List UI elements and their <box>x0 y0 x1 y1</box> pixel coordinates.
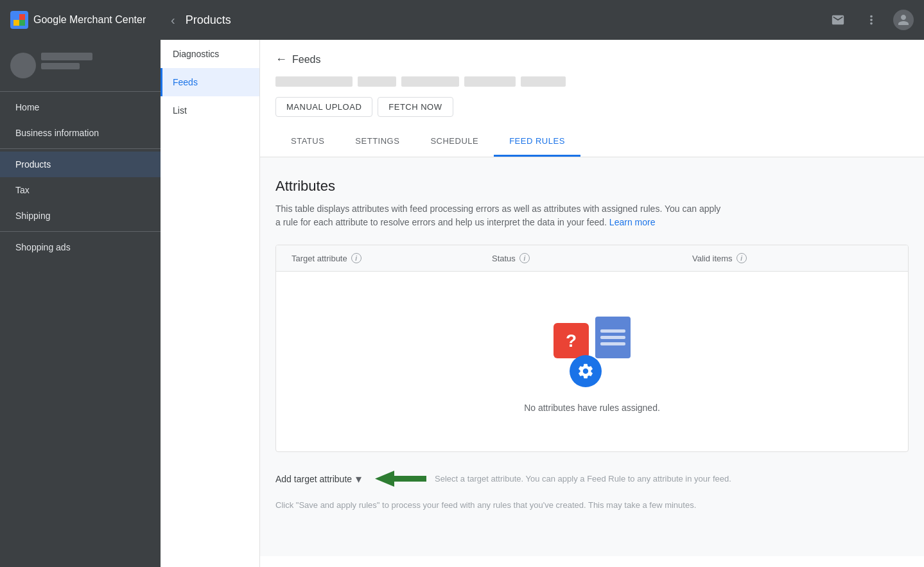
illus-gear-icon <box>570 355 602 387</box>
valid-items-info-icon[interactable]: i <box>737 253 747 263</box>
sidebar-item-label: Tax <box>15 185 30 195</box>
main-layout: Home Business information Products Tax S… <box>0 40 924 567</box>
page-title: Products <box>186 13 231 27</box>
main-content: ← Feeds MANUAL UPLOAD FETCH NOW <box>260 40 924 567</box>
sidebar-item-shipping[interactable]: Shipping <box>0 203 161 229</box>
svg-rect-2 <box>13 20 19 26</box>
account-info <box>0 45 161 89</box>
svg-marker-4 <box>375 471 426 487</box>
learn-more-link[interactable]: Learn more <box>609 217 656 227</box>
account-details <box>41 53 92 78</box>
sidebar-item-label: Home <box>15 102 39 112</box>
header-left: Google Merchant Center <box>10 11 171 29</box>
svg-rect-3 <box>19 20 25 26</box>
illus-question-icon: ? <box>554 323 589 358</box>
feed-name-placeholder-4 <box>464 76 516 87</box>
svg-rect-0 <box>13 14 19 20</box>
action-buttons: MANUAL UPLOAD FETCH NOW <box>275 97 909 117</box>
add-target-attribute-button[interactable]: Add target attribute ▾ <box>275 472 362 486</box>
sidebar-item-products[interactable]: Products <box>0 152 161 177</box>
table-header-target-attribute: Target attribute i <box>292 253 492 263</box>
green-arrow-icon <box>372 467 430 490</box>
sub-nav-item-list[interactable]: List <box>161 96 259 125</box>
sidebar-toggle-icon[interactable]: ‹ <box>171 13 175 28</box>
hint-area: Select a target attribute. You can apply… <box>372 467 731 490</box>
add-target-row: Add target attribute ▾ Select a target a… <box>275 467 909 490</box>
feed-name-placeholder-2 <box>358 76 396 87</box>
illus-doc-line-3 <box>600 342 625 345</box>
attributes-description: This table displays attributes with feed… <box>275 202 725 229</box>
fetch-now-button[interactable]: FETCH NOW <box>378 97 453 117</box>
empty-state: ? No attributes have rules assigned. <box>276 272 908 451</box>
attributes-table: Target attribute i Status i Valid items … <box>275 245 909 452</box>
sub-nav-item-diagnostics[interactable]: Diagnostics <box>161 40 259 68</box>
sub-nav: Diagnostics Feeds List <box>161 40 260 567</box>
feed-name-bar <box>275 76 909 87</box>
tabs-bar: STATUS SETTINGS SCHEDULE FEED RULES <box>275 127 909 157</box>
target-attribute-info-icon[interactable]: i <box>351 253 362 263</box>
manual-upload-button[interactable]: MANUAL UPLOAD <box>275 97 372 117</box>
left-sidebar: Home Business information Products Tax S… <box>0 40 161 567</box>
header-page-title-area: Products <box>175 13 826 27</box>
save-hint-text: Click "Save and apply rules" to process … <box>275 500 909 510</box>
back-link[interactable]: ← Feeds <box>275 53 909 66</box>
feed-name-placeholder-3 <box>401 76 459 87</box>
top-header: Google Merchant Center ‹ Products <box>0 0 924 40</box>
attributes-section: Attributes This table displays attribute… <box>275 178 909 510</box>
table-header: Target attribute i Status i Valid items … <box>276 245 908 272</box>
content-wrapper: Diagnostics Feeds List ← Feeds <box>161 40 924 567</box>
header-actions <box>826 8 914 31</box>
illus-doc-line-1 <box>600 329 625 333</box>
hint-text: Select a target attribute. You can apply… <box>435 474 731 484</box>
attributes-title: Attributes <box>275 178 909 195</box>
illus-doc-line-2 <box>600 336 625 339</box>
sidebar-item-business-information[interactable]: Business information <box>0 120 161 146</box>
sidebar-item-tax[interactable]: Tax <box>0 177 161 203</box>
gmc-title-text: Google Merchant Center <box>33 14 146 26</box>
mail-icon[interactable] <box>826 8 850 31</box>
sidebar-divider-2 <box>0 148 161 149</box>
back-arrow-icon: ← <box>275 53 287 66</box>
more-options-icon[interactable] <box>860 8 883 31</box>
feeds-header: ← Feeds MANUAL UPLOAD FETCH NOW <box>260 40 924 157</box>
tab-schedule[interactable]: SCHEDULE <box>415 127 494 157</box>
sub-nav-item-label: List <box>173 105 187 116</box>
avatar[interactable] <box>893 10 914 30</box>
table-header-status: Status i <box>492 253 692 263</box>
back-link-label: Feeds <box>292 54 320 65</box>
empty-state-text: No attributes have rules assigned. <box>524 403 660 413</box>
sidebar-item-home[interactable]: Home <box>0 94 161 120</box>
sub-nav-item-label: Feeds <box>173 77 198 87</box>
sidebar-divider <box>0 91 161 92</box>
content-body: Attributes This table displays attribute… <box>260 157 924 556</box>
sidebar-item-shopping-ads[interactable]: Shopping ads <box>0 234 161 260</box>
tab-settings[interactable]: SETTINGS <box>340 127 415 157</box>
sidebar-divider-3 <box>0 231 161 232</box>
table-header-valid-items: Valid items i <box>692 253 893 263</box>
sidebar-item-label: Shopping ads <box>15 242 71 252</box>
account-name-placeholder <box>41 53 92 60</box>
sidebar-item-label: Products <box>15 159 51 170</box>
account-id-placeholder <box>41 63 80 69</box>
status-info-icon[interactable]: i <box>519 253 530 263</box>
add-target-label: Add target attribute <box>275 474 352 484</box>
feed-name-placeholder-1 <box>275 76 353 87</box>
tab-status[interactable]: STATUS <box>275 127 340 157</box>
gmc-logo: Google Merchant Center <box>10 11 146 29</box>
sub-nav-item-feeds[interactable]: Feeds <box>161 68 259 96</box>
gmc-logo-icon <box>10 11 28 29</box>
sidebar-item-label: Business information <box>15 128 99 138</box>
svg-rect-1 <box>19 14 25 20</box>
tab-feed-rules[interactable]: FEED RULES <box>494 127 580 157</box>
illus-doc-icon <box>595 317 631 358</box>
dropdown-arrow-icon: ▾ <box>356 472 362 486</box>
sidebar-item-label: Shipping <box>15 211 51 221</box>
sub-nav-item-label: Diagnostics <box>173 49 219 59</box>
empty-state-illustration: ? <box>554 310 631 387</box>
feed-name-placeholder-5 <box>521 76 566 87</box>
account-avatar <box>10 53 36 78</box>
bottom-actions: Add target attribute ▾ Select a target a… <box>275 467 909 510</box>
